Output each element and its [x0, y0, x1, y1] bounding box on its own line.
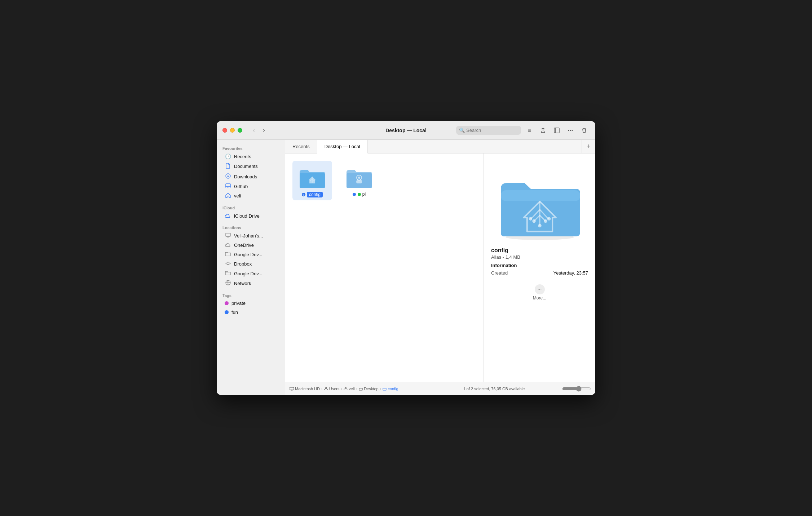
breadcrumb-label: Desktop [364, 387, 378, 391]
sidebar-item-private[interactable]: private [219, 299, 283, 308]
status-info: 1 of 2 selected, 76,05 GB available [426, 387, 562, 391]
status-bar: Macintosh HD › Users › veli › [285, 382, 595, 395]
sidebar-item-label: Downloads [234, 174, 257, 179]
sidebar-item-icloud-drive[interactable]: iCloud Drive [219, 211, 283, 221]
svg-point-45 [345, 387, 347, 389]
svg-point-44 [325, 387, 327, 389]
documents-icon [225, 163, 231, 170]
breadcrumb-veli[interactable]: veli [344, 387, 355, 391]
share-button[interactable] [538, 125, 548, 136]
main-area: Favourites 🕐 Recents Documents [217, 140, 595, 395]
breadcrumb-users[interactable]: Users [324, 387, 340, 391]
folder-icon-2 [225, 271, 231, 276]
computer-icon [225, 233, 231, 239]
minimize-button[interactable] [230, 128, 235, 133]
maximize-button[interactable] [238, 128, 242, 133]
sidebar-item-google-drive-1[interactable]: Google Driv... [219, 250, 283, 259]
svg-point-22 [358, 177, 360, 179]
sidebar-item-documents[interactable]: Documents [219, 161, 283, 172]
trash-button[interactable] [579, 125, 590, 136]
sidebar-item-github[interactable]: Github [219, 182, 283, 191]
sidebar-item-label: OneDrive [234, 243, 254, 248]
sidebar: Favourites 🕐 Recents Documents [217, 140, 285, 395]
tab-desktop-local[interactable]: Desktop — Local [317, 140, 368, 154]
sidebar-item-veli[interactable]: veli [219, 191, 283, 201]
sidebar-item-label: Network [234, 281, 251, 286]
svg-point-2 [568, 130, 569, 131]
downloads-icon [225, 173, 231, 180]
more-options-button[interactable] [565, 125, 576, 136]
sidebar-item-fun[interactable]: fun [219, 308, 283, 317]
file-grid: ⊙ config [285, 154, 484, 382]
svg-line-40 [534, 220, 535, 221]
more-circle-icon: ··· [535, 284, 545, 294]
breadcrumb-sep: › [321, 387, 323, 391]
breadcrumb-label: config [388, 387, 398, 391]
content-area: Recents Desktop — Local + [285, 140, 595, 395]
tab-label: Desktop — Local [325, 144, 360, 149]
preview-filename: config [491, 247, 588, 254]
svg-rect-27 [501, 190, 580, 201]
add-tab-button[interactable]: + [582, 140, 595, 153]
breadcrumb-macintosh-hd[interactable]: Macintosh HD [290, 387, 320, 391]
config-label-row: ⊙ config [302, 192, 323, 197]
sidebar-item-label: Google Driv... [234, 252, 262, 257]
breadcrumb-label: veli [349, 387, 355, 391]
tab-recents[interactable]: Recents [285, 140, 317, 153]
sidebar-item-label: Dropbox [234, 261, 252, 267]
svg-point-3 [570, 130, 571, 131]
breadcrumb-sep-2: › [341, 387, 342, 391]
zoom-slider [562, 386, 591, 392]
sidebar-item-label: veli [234, 193, 241, 199]
view-options-button[interactable]: ≡ [524, 125, 535, 136]
tabs-row: Recents Desktop — Local + [285, 140, 595, 154]
network-icon [225, 280, 231, 286]
file-item-pi[interactable]: pi [339, 161, 379, 200]
sidebar-item-recents[interactable]: 🕐 Recents [219, 152, 283, 161]
sidebar-section-icloud: iCloud iCloud Drive [217, 204, 285, 221]
sidebar-item-downloads[interactable]: Downloads [219, 172, 283, 182]
icloud-label: iCloud [217, 204, 285, 211]
tab-label: Recents [292, 144, 310, 149]
fun-tag-dot [225, 310, 229, 314]
sidebar-item-label: Veli-Johan's... [234, 233, 263, 239]
sidebar-item-onedrive[interactable]: OneDrive [219, 240, 283, 250]
pi-status-dot-blue [353, 193, 356, 196]
sidebar-section-tags: Tags private fun [217, 291, 285, 317]
search-wrapper: 🔍 [456, 126, 521, 135]
sidebar-item-dropbox[interactable]: Dropbox [219, 259, 283, 269]
sidebar-item-network[interactable]: Network [219, 278, 283, 288]
sidebar-toggle-button[interactable] [551, 125, 562, 136]
recents-icon: 🕐 [225, 154, 231, 159]
sidebar-item-google-drive-2[interactable]: Google Driv... [219, 269, 283, 278]
created-value: Yesterday, 23:57 [553, 270, 588, 276]
private-tag-dot [225, 301, 229, 305]
veli-icon [225, 193, 231, 199]
nav-buttons: ‹ › [250, 126, 268, 135]
locations-label: Locations [217, 223, 285, 231]
breadcrumb-desktop[interactable]: Desktop [359, 387, 378, 391]
sidebar-section-locations: Locations Veli-Johan's... [217, 223, 285, 288]
search-input[interactable] [456, 126, 521, 135]
sidebar-item-label: Recents [234, 154, 251, 159]
svg-point-4 [572, 130, 573, 131]
breadcrumb-label: Users [329, 387, 340, 391]
breadcrumb-config[interactable]: config [383, 387, 398, 391]
sidebar-item-veli-johan[interactable]: Veli-Johan's... [219, 231, 283, 240]
close-button[interactable] [222, 128, 227, 133]
folder-icon-config [298, 164, 327, 189]
pi-status-dot-green [358, 193, 361, 196]
favourites-label: Favourites [217, 144, 285, 152]
more-button[interactable]: ··· More... [533, 284, 546, 301]
sidebar-section-favourites: Favourites 🕐 Recents Documents [217, 144, 285, 201]
file-item-config[interactable]: ⊙ config [292, 161, 332, 200]
preview-meta: Alias - 1,4 MB [491, 254, 588, 260]
svg-line-41 [544, 220, 545, 221]
titlebar: ‹ › Desktop — Local 🔍 ≡ [217, 121, 595, 140]
zoom-range-input[interactable] [562, 386, 591, 392]
breadcrumb-sep-4: › [380, 387, 381, 391]
svg-rect-6 [226, 233, 230, 236]
forward-button[interactable]: › [260, 126, 268, 135]
back-button[interactable]: ‹ [250, 126, 258, 135]
window-title: Desktop — Local [385, 128, 427, 133]
